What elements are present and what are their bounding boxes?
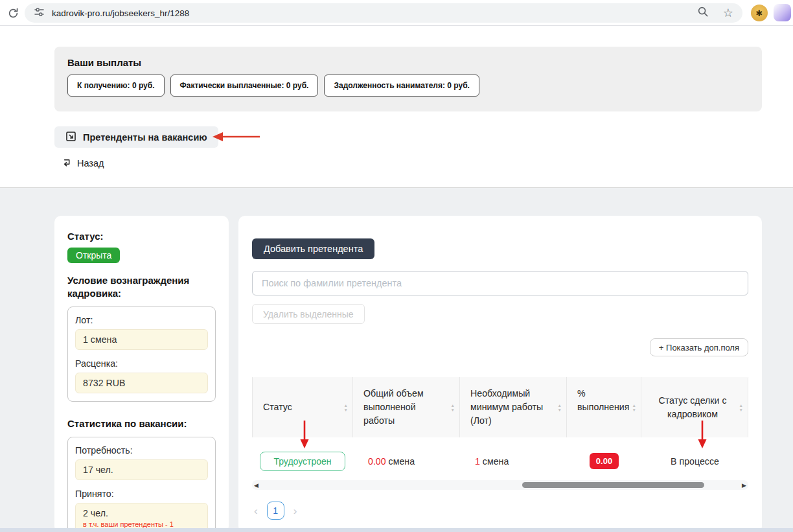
back-link-label: Назад	[77, 158, 104, 168]
table-header-row: Статус ▲▼ Общий объем выполненой работы …	[252, 377, 748, 437]
scrollbar-right-icon[interactable]: ▶	[742, 480, 746, 490]
row-deal-status-cell: В процессе	[641, 456, 748, 467]
total-work-value: 0.00	[368, 456, 386, 467]
select-window-icon	[65, 131, 76, 144]
annotation-arrow-down-deal	[697, 421, 707, 452]
sort-icon[interactable]: ▲▼	[558, 403, 562, 411]
pagination-page-1[interactable]: 1	[267, 502, 284, 520]
bookmark-star-icon[interactable]: ☆	[723, 7, 733, 19]
deal-status-value: В процессе	[671, 456, 719, 467]
url-text[interactable]: kadrovik-pro.ru/jobseekers_hr/1288	[52, 8, 189, 18]
employed-status-badge[interactable]: Трудоустроен	[260, 452, 345, 471]
jobseekers-button-label: Претенденты на вакансию	[83, 132, 207, 143]
stats-fieldset: Потребность: 17 чел. Принято: 2 чел. в т…	[67, 437, 216, 532]
stats-title: Статистика по вакансии:	[67, 417, 216, 430]
column-header-status-label: Статус	[263, 400, 292, 414]
vacancy-content-section: Статус: Открыта Условие вознаграждения к…	[0, 187, 793, 532]
delete-selected-button[interactable]: Удалить выделенные	[252, 304, 365, 324]
back-icon	[62, 157, 71, 169]
rate-value: 8732 RUB	[75, 373, 208, 393]
pagination-next-icon[interactable]: ›	[293, 505, 297, 516]
reward-fieldset: Лот: 1 смена Расценка: 8732 RUB	[67, 306, 216, 402]
lot-value: 1 смена	[75, 329, 208, 350]
lot-label: Лот:	[75, 315, 208, 325]
jobseekers-card: Добавить претендента Удалить выделенные …	[238, 216, 762, 532]
vacancy-info-card: Статус: Открыта Условие вознаграждения к…	[54, 216, 229, 532]
min-work-value: 1	[475, 456, 480, 467]
browser-chrome: kadrovik-pro.ru/jobseekers_hr/1288 ☆ ✱	[0, 0, 793, 26]
extension-glyph: ✱	[756, 8, 763, 18]
row-status-cell: Трудоустроен	[252, 452, 353, 471]
column-header-min-work[interactable]: Необходимый минимум работы (Лот) ▲▼	[460, 377, 567, 437]
accepted-label: Принято:	[75, 489, 208, 499]
reload-icon[interactable]	[6, 6, 20, 20]
payment-debt-button[interactable]: Задолженность нанимателя: 0 руб.	[324, 75, 479, 97]
need-label: Потребность:	[75, 445, 208, 456]
page-header-section: Ваши выплаты К получению: 0 руб. Фактиче…	[0, 26, 793, 187]
sort-icon[interactable]: ▲▼	[739, 403, 743, 411]
reward-title: Условие вознаграждения кадровика:	[67, 274, 207, 300]
show-extra-fields-button[interactable]: + Показать доп.поля	[650, 338, 748, 356]
annotation-arrow-down-status	[299, 421, 310, 452]
column-header-percent-label: % выполнения	[577, 388, 629, 412]
table-row: Трудоустроен 0.00 смена 1 смена 0.00 В п…	[252, 437, 748, 485]
scrollbar-left-icon[interactable]: ◀	[254, 480, 259, 490]
column-header-total-work-label: Общий объем выполненой работы	[363, 388, 424, 426]
sort-icon[interactable]: ▲▼	[344, 403, 348, 411]
annotation-arrow-left	[212, 131, 261, 145]
back-link[interactable]: Назад	[62, 157, 104, 169]
accepted-value: 2 чел.	[83, 508, 200, 518]
column-header-total-work[interactable]: Общий объем выполненой работы ▲▼	[353, 377, 460, 437]
percent-badge: 0.00	[590, 453, 619, 469]
payments-panel: Ваши выплаты К получению: 0 руб. Фактиче…	[54, 47, 762, 111]
status-badge: Открыта	[67, 248, 120, 263]
sort-icon[interactable]: ▲▼	[632, 403, 636, 411]
payments-title: Ваши выплаты	[67, 57, 141, 68]
jobseekers-table: Статус ▲▼ Общий объем выполненой работы …	[252, 377, 748, 485]
status-label: Статус:	[67, 230, 216, 243]
add-jobseeker-button[interactable]: Добавить претендента	[252, 238, 374, 259]
column-header-percent[interactable]: % выполнения ▲▼	[567, 377, 641, 437]
row-total-work-cell: 0.00 смена	[353, 456, 460, 467]
pagination-prev-icon[interactable]: ‹	[254, 505, 258, 516]
payment-paid-button[interactable]: Фактически выплаченные: 0 руб.	[170, 75, 319, 97]
address-bar[interactable]: kadrovik-pro.ru/jobseekers_hr/1288 ☆	[25, 3, 742, 23]
extension-icon[interactable]: ✱	[751, 5, 768, 21]
horizontal-scrollbar[interactable]: ◀ ▶	[252, 480, 748, 490]
profile-avatar[interactable]	[774, 4, 791, 21]
payment-to-receive-button[interactable]: К получению: 0 руб.	[67, 75, 165, 97]
sort-icon[interactable]: ▲▼	[451, 403, 455, 411]
zoom-icon[interactable]	[697, 6, 709, 20]
min-work-unit: смена	[480, 456, 509, 467]
search-input[interactable]	[252, 271, 748, 295]
need-value: 17 чел.	[75, 459, 208, 480]
payments-pill-row: К получению: 0 руб. Фактически выплаченн…	[67, 75, 479, 97]
row-percent-cell: 0.00	[567, 453, 641, 469]
jobseekers-button[interactable]: Претенденты на вакансию	[54, 126, 218, 148]
bottom-edge-strip	[0, 528, 793, 532]
rate-label: Расценка:	[75, 358, 208, 369]
site-settings-icon[interactable]	[34, 6, 45, 20]
scrollbar-thumb[interactable]	[522, 482, 704, 488]
pagination: ‹ 1 ›	[254, 502, 297, 520]
column-header-min-work-label: Необходимый минимум работы (Лот)	[470, 388, 543, 426]
row-min-work-cell: 1 смена	[460, 456, 567, 467]
accepted-note: в т.ч. ваши претенденты - 1	[83, 520, 200, 528]
column-header-deal-status-label: Статус сделки с кадровиком	[652, 394, 733, 421]
column-header-deal-status[interactable]: Статус сделки с кадровиком ▲▼	[641, 377, 748, 437]
total-work-unit: смена	[386, 456, 415, 467]
